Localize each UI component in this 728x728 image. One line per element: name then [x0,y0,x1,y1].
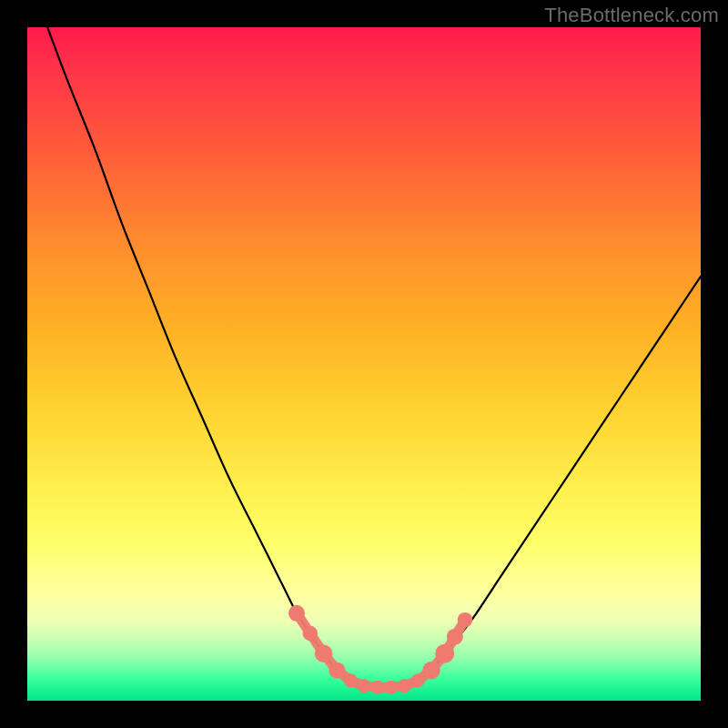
plot-area [27,27,701,701]
curve-marker [435,644,454,663]
curve-marker [288,605,305,622]
curve-marker [411,673,425,687]
curve-layer [27,27,701,701]
curve-marker [422,662,440,680]
curve-marker [370,681,384,694]
curve-marker [447,629,463,645]
curve-marker [315,644,333,662]
curve-marker [303,626,318,642]
bottleneck-curve [47,27,701,687]
curve-marker [398,679,411,693]
watermark-text: TheBottleneck.com [544,4,719,27]
curve-marker [344,673,358,687]
curve-markers [288,605,472,694]
curve-marker [384,681,398,694]
curve-marker [329,662,345,679]
curve-marker [358,679,371,693]
curve-marker [458,612,473,628]
chart-frame: TheBottleneck.com [0,0,728,728]
